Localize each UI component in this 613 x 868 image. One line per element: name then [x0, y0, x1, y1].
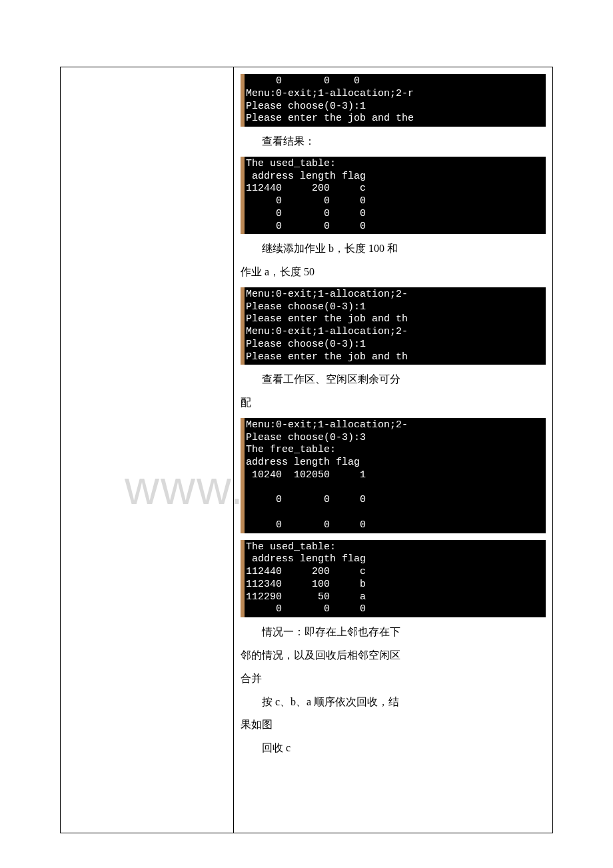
right-column: 0 0 0 Menu:0-exit;1-allocation;2-r Pleas… — [234, 67, 552, 833]
terminal-block-2: The used_table: address length flag 1124… — [241, 157, 546, 235]
paragraph-view-result: 查看结果： — [241, 133, 546, 150]
terminal-block-4: Menu:0-exit;1-allocation;2- Please choos… — [241, 418, 546, 533]
paragraph-case1-line1: 情况一：即存在上邻也存在下 — [241, 624, 546, 641]
paragraph-recycle-order-line2: 果如图 — [241, 717, 546, 733]
paragraph-add-jobs-line1: 继续添加作业 b，长度 100 和 — [241, 241, 546, 257]
left-column — [61, 67, 234, 833]
paragraph-recycle-c: 回收 c — [241, 740, 546, 757]
paragraph-add-jobs-line2: 作业 a，长度 50 — [241, 264, 546, 281]
page-frame: 0 0 0 Menu:0-exit;1-allocation;2-r Pleas… — [60, 67, 553, 833]
paragraph-case1-line2: 邻的情况，以及回收后相邻空闲区 — [241, 647, 546, 664]
paragraph-case1-line3: 合并 — [241, 671, 546, 687]
terminal-block-3: Menu:0-exit;1-allocation;2- Please choos… — [241, 287, 546, 365]
paragraph-view-work-line2: 配 — [241, 395, 546, 411]
paragraph-view-work-line1: 查看工作区、空闲区剩余可分 — [241, 371, 546, 388]
terminal-block-5: The used_table: address length flag 1124… — [241, 540, 546, 618]
paragraph-recycle-order-line1: 按 c、b、a 顺序依次回收，结 — [241, 694, 546, 711]
terminal-block-1: 0 0 0 Menu:0-exit;1-allocation;2-r Pleas… — [241, 74, 546, 127]
